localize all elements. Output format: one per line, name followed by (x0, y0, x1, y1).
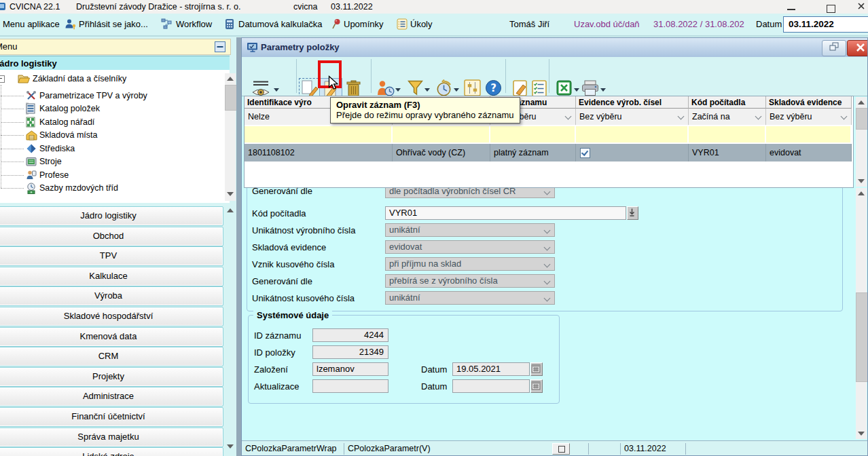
module-crm[interactable]: CRM (0, 347, 223, 366)
filter-input[interactable] (245, 126, 393, 142)
updated-by-field (312, 379, 388, 393)
filter-select-skladova[interactable]: Bez výběru (766, 109, 852, 125)
module-kalkulace[interactable]: Kalkulace (0, 267, 223, 286)
filter-select-evidence[interactable]: Bez výběru (576, 109, 689, 125)
tooltip-text: Přejde do režimu opravy vybraného záznam… (336, 110, 514, 120)
svg-text:?: ? (490, 82, 496, 94)
restore-window-icon[interactable] (822, 40, 846, 56)
kod-pocitadla-input[interactable]: VYR01 (385, 206, 626, 220)
sidebar: Menu Jádro logistiky Základní data a čís… (0, 37, 236, 456)
menu-item-workflow[interactable]: Workflow (176, 19, 212, 31)
tree-item-label: Katalog položek (39, 102, 100, 115)
menu-item-prihlasit[interactable]: Přihlásit se jako... (79, 19, 148, 31)
status-square-icon[interactable] (552, 443, 570, 455)
module-financni-ucetnictvi[interactable]: Finanční účetnictví (0, 407, 223, 427)
user-clock-dropdown-icon[interactable] (395, 88, 401, 92)
folder-open-icon (18, 74, 31, 88)
tree-guide-stub (1, 162, 24, 162)
module-administrace[interactable]: Administrace (0, 387, 223, 406)
grid-scrollbar-thumb[interactable] (856, 108, 868, 130)
diamond-icon (26, 143, 37, 157)
module-kmenova-data[interactable]: Kmenová data (0, 327, 223, 347)
print-dropdown-icon[interactable] (600, 88, 606, 92)
collapse-panel-icon[interactable] (215, 41, 225, 56)
form-label: Unikátnost výrobního čísla (252, 225, 355, 235)
detail-form: Generování dle dle počítadla výrobních č… (242, 184, 855, 440)
module-jadro-logistiky[interactable]: Jádro logistiky (0, 206, 223, 226)
menu-item-menu-aplikace[interactable]: Menu aplikace (3, 19, 60, 31)
module-obchod[interactable]: Obchod (0, 227, 223, 246)
scroll-down-icon[interactable] (227, 192, 234, 196)
tree-guide-line (1, 85, 1, 188)
close-window-icon[interactable] (847, 40, 868, 56)
menu-item-datumova-kalkulacka[interactable]: Datumová kalkulačka (238, 19, 323, 31)
current-date-field[interactable]: 03.11.2022 (783, 16, 868, 33)
module-lidske-zdroje[interactable]: Lidské zdroje (0, 447, 223, 456)
created-date-field: 19.05.2021 (452, 362, 530, 376)
row-cell-kod-pocitadla[interactable]: VYR01 (689, 144, 766, 162)
clock-money-icon (26, 183, 37, 197)
excel-dropdown-icon[interactable] (574, 88, 579, 92)
form-label: Unikátnost kusového čísla (252, 293, 355, 303)
filter-input[interactable] (689, 126, 766, 142)
grid-scroll-down-icon[interactable] (858, 179, 865, 183)
module-vyroba[interactable]: Výroba (0, 286, 223, 306)
tree-guide-stub (1, 109, 24, 109)
column-header-evidence-vyrob-cisel[interactable]: Evidence výrob. čísel (576, 96, 689, 109)
form-scroll-up-icon[interactable] (858, 191, 865, 195)
created-calendar-icon[interactable] (530, 362, 543, 376)
mdi-background (236, 37, 241, 456)
toolbar-separator (296, 59, 297, 93)
counter-lookup-icon[interactable] (627, 206, 638, 220)
row-cell-stav[interactable]: platný záznam (490, 144, 576, 162)
form-label: Vznik kusového čísla (252, 259, 334, 269)
filter-select-kod[interactable]: Začíná na (689, 109, 766, 125)
window-statusbar: CPolozkaParametrWrap CPolozkaParametr(V)… (242, 440, 867, 456)
updated-calendar-icon[interactable] (530, 379, 543, 393)
view-dropdown-icon[interactable] (274, 88, 279, 92)
tree-header-title: Jádro logistiky (0, 56, 57, 71)
row-cell-identifikace[interactable]: 1801108102 (245, 144, 393, 162)
modules-scroll-down-icon[interactable] (227, 444, 234, 449)
current-user-label: Tomáš Jiří (509, 19, 549, 31)
generovani-dle-2-dropdown: přebírá se z výrobního čísla (385, 274, 555, 288)
module-tpv[interactable]: TPV (0, 246, 223, 266)
menu-item-ukoly[interactable]: Úkoly (410, 19, 433, 31)
filter-input[interactable] (490, 126, 576, 142)
tree-header: Jádro logistiky (0, 56, 230, 71)
mouse-cursor-icon (328, 75, 340, 93)
tree-scrollbar-thumb[interactable] (225, 85, 237, 111)
module-sprava-majetku[interactable]: Správa majetku (0, 428, 223, 447)
tree-expander-icon[interactable] (0, 75, 5, 83)
filter-input[interactable] (766, 126, 852, 142)
skladova-evidence-dropdown: evidovat (385, 240, 555, 254)
row-cell-evidence[interactable] (576, 144, 689, 162)
id-item-field: 21349 (312, 345, 388, 359)
form-scroll-down-icon[interactable] (858, 432, 865, 436)
date-label: Datum (756, 19, 782, 31)
tree-item-katalog-polozek[interactable]: Katalog položek (26, 102, 29, 115)
column-header-kod-pocitadla[interactable]: Kód počítadla (689, 96, 766, 109)
filter-input[interactable] (576, 126, 689, 142)
row-cell-skladova-evidence[interactable]: evidovat (766, 144, 852, 162)
filter-input[interactable] (393, 126, 490, 142)
modules-scroll-up-icon[interactable] (227, 208, 234, 212)
module-skladove-hospodarstvi[interactable]: Skladové hospodářství (0, 307, 223, 326)
closed-period-value: 31.08.2022 / 31.08.202 (653, 19, 744, 31)
form-scrollbar-thumb[interactable] (856, 292, 868, 382)
module-projekty[interactable]: Projekty (0, 367, 223, 387)
child-window-titlebar: Parametry položky (242, 38, 867, 58)
sidebar-menu-title: Menu (0, 39, 18, 54)
form-label: Skladová evidence (252, 242, 326, 252)
grid-scroll-up-icon[interactable] (858, 100, 865, 104)
menu-item-upominky[interactable]: Upomínky (344, 19, 384, 31)
app-menubar: Menu aplikace Přihlásit se jako... Workf… (0, 14, 868, 37)
calculator-icon (224, 18, 235, 32)
filter-dropdown-icon[interactable] (424, 88, 430, 92)
row-cell-nazev[interactable]: Ohřívač vody (CZ) (393, 144, 490, 162)
column-header-skladova-evidence[interactable]: Skladová evidence (766, 96, 852, 109)
scroll-up-icon[interactable] (227, 77, 234, 81)
navigation-tree: Základní data a číselníky Parametrizace … (0, 70, 230, 203)
refresh-dropdown-icon[interactable] (454, 88, 459, 92)
evidence-checkbox-checked[interactable] (580, 148, 590, 158)
